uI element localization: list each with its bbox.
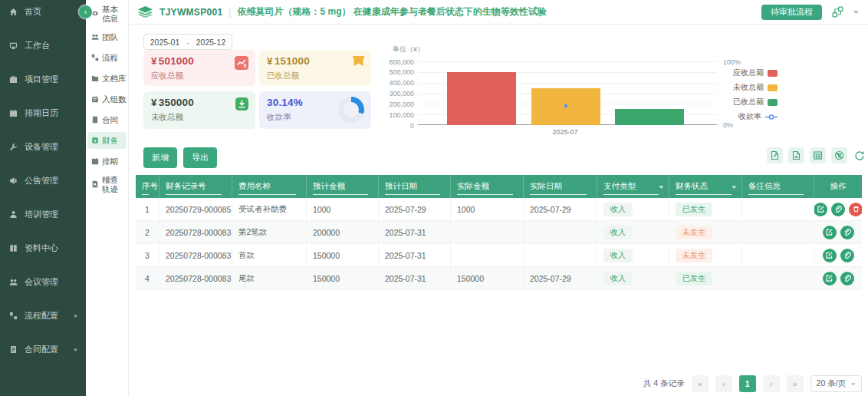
sidebar-collapse-button[interactable]: ‹ xyxy=(79,5,92,18)
table-row-2: 220250728-000083第2笔款2000002025-07-31收入未发… xyxy=(136,221,862,244)
pending-approval-button[interactable]: 待审批流程 xyxy=(761,5,822,20)
legend-item[interactable]: 已收总额 xyxy=(666,97,778,107)
sidebar-item-2[interactable]: 工作台 xyxy=(0,28,86,62)
column-header-支付类型[interactable]: 支付类型▼ xyxy=(597,175,669,198)
edit-button[interactable] xyxy=(823,249,837,262)
schedule-icon xyxy=(91,157,99,165)
import-file-icon[interactable] xyxy=(788,147,804,163)
table-view-icon[interactable] xyxy=(810,147,826,163)
rate-point[interactable] xyxy=(564,104,567,107)
column-header-财务记录号[interactable]: 财务记录号 xyxy=(159,175,232,198)
attach-button[interactable] xyxy=(831,203,845,216)
export-button[interactable]: 导出 xyxy=(183,147,217,168)
column-header-预计金额[interactable]: 预计金额 xyxy=(307,175,379,198)
edit-button[interactable] xyxy=(823,226,837,239)
next-page-button[interactable]: › xyxy=(763,375,780,392)
chevron-down-icon[interactable]: ▼ xyxy=(730,184,737,190)
legend-item[interactable]: 未收总额 xyxy=(666,83,778,92)
delete-button[interactable] xyxy=(849,203,862,216)
date-range-picker[interactable]: 2025-01 - 2025-12 xyxy=(143,34,232,50)
legend-label: 已收总额 xyxy=(733,97,764,107)
title-divider: | xyxy=(229,7,231,18)
column-header-费用名称[interactable]: 费用名称 xyxy=(232,175,307,198)
sidebar-item-9[interactable]: 会议管理 xyxy=(0,265,86,299)
column-header-备注信息[interactable]: 备注信息 xyxy=(742,175,814,198)
subsidebar-item-6[interactable]: 合同 xyxy=(87,111,127,128)
sidebar-item-5[interactable]: 设备管理 xyxy=(0,130,86,163)
attach-button[interactable] xyxy=(840,226,854,239)
sidebar-item-label: 排期日历 xyxy=(25,107,58,119)
y2-axis-tick: 0% xyxy=(723,121,733,129)
column-header-实际金额[interactable]: 实际金额 xyxy=(451,175,524,198)
attach-button[interactable] xyxy=(840,249,854,262)
refresh-icon[interactable] xyxy=(853,147,866,163)
edit-button[interactable] xyxy=(814,203,827,216)
page-1-button[interactable]: 1 xyxy=(739,375,756,392)
first-page-button[interactable]: « xyxy=(692,375,709,392)
chevron-down-icon[interactable]: ▼ xyxy=(853,9,860,15)
page-size-select[interactable]: 20 条/页▼ xyxy=(810,375,862,392)
cell: 20250728-000083 xyxy=(159,244,232,266)
edit-button[interactable] xyxy=(823,272,837,285)
subsidebar-item-5[interactable]: 入组数 xyxy=(87,91,127,107)
sidebar-item-6[interactable]: 公告管理 xyxy=(0,163,86,197)
cell: 1 xyxy=(136,198,159,220)
subsidebar-item-7[interactable]: 财务 xyxy=(87,132,127,149)
cell: 150000 xyxy=(307,267,379,289)
column-label: 预计金额 xyxy=(313,181,345,192)
sidebar-item-4[interactable]: 排期日历 xyxy=(0,96,86,130)
subsidebar-item-1[interactable]: 基本信息 xyxy=(87,3,127,25)
process-icon xyxy=(91,54,99,61)
subsidebar-item-label: 流程 xyxy=(102,53,118,62)
prev-page-button[interactable]: ‹ xyxy=(715,375,732,392)
export-file-icon[interactable] xyxy=(767,147,783,163)
add-button[interactable]: 新增 xyxy=(143,147,177,168)
flow-nodes-icon[interactable] xyxy=(832,6,843,18)
subsidebar-item-2[interactable]: 团队 xyxy=(87,28,127,45)
cell xyxy=(524,221,597,243)
sidebar-item-7[interactable]: 培训管理 xyxy=(0,197,86,231)
attach-button[interactable] xyxy=(840,272,854,285)
announcement-icon xyxy=(9,177,18,185)
sidebar-item-10[interactable]: 流程配置▼ xyxy=(0,299,86,332)
flow-config-icon xyxy=(9,312,18,320)
subsidebar-item-9[interactable]: 稽查轨迹 xyxy=(87,173,127,195)
sidebar-item-3[interactable]: 项目管理 xyxy=(0,62,86,96)
column-header-预计日期[interactable]: 预计日期 xyxy=(379,175,451,198)
subsidebar-item-label: 财务 xyxy=(102,136,118,145)
stat-label: 未收总额 xyxy=(151,112,248,123)
column-header-实际日期[interactable]: 实际日期 xyxy=(524,175,597,198)
column-header-操作[interactable]: 操作 xyxy=(814,175,862,198)
subsidebar-item-8[interactable]: 排期 xyxy=(87,153,127,170)
column-label: 实际日期 xyxy=(530,181,562,192)
legend-item[interactable]: 应收总额 xyxy=(666,68,778,78)
sidebar-item-label: 公告管理 xyxy=(25,175,58,186)
subsidebar-item-3[interactable]: 流程 xyxy=(87,49,127,66)
team-icon xyxy=(91,33,99,41)
sidebar-item-8[interactable]: 资料中心 xyxy=(0,231,86,265)
bar-应收总额[interactable] xyxy=(447,72,516,125)
training-icon xyxy=(9,210,18,219)
column-header-序号[interactable]: 序号 xyxy=(136,175,159,198)
cell-pay-type: 收入 xyxy=(597,221,669,243)
cell: 4 xyxy=(136,267,159,289)
contract-icon xyxy=(91,116,99,124)
sidebar-item-1[interactable]: 首页 xyxy=(0,0,86,28)
column-label: 序号 xyxy=(142,181,158,192)
subsidebar-item-label: 文档库 xyxy=(102,74,127,83)
date-start: 2025-01 xyxy=(150,38,180,47)
main-content: TJYWMSP001 | 依维莫司片（规格：5 mg） 在健康成年参与者餐后状态… xyxy=(129,0,868,396)
legend-label: 收款率 xyxy=(738,111,761,122)
trend-icon: ¥ xyxy=(235,56,248,70)
chevron-down-icon[interactable]: ▼ xyxy=(657,184,664,190)
x-axis-tick: 2025-07 xyxy=(533,128,597,136)
cell-note xyxy=(742,267,814,289)
status-tag: 未发生 xyxy=(676,249,712,262)
subsidebar-item-4[interactable]: 文档库 xyxy=(87,70,127,87)
legend-item[interactable]: 收款率 xyxy=(666,112,778,121)
sidebar-item-label: 培训管理 xyxy=(25,209,58,220)
clear-filter-icon[interactable] xyxy=(831,147,847,163)
column-header-财务状态[interactable]: 财务状态▼ xyxy=(669,175,742,198)
sidebar-item-11[interactable]: 合同配置▼ xyxy=(0,332,86,366)
last-page-button[interactable]: » xyxy=(787,375,804,392)
